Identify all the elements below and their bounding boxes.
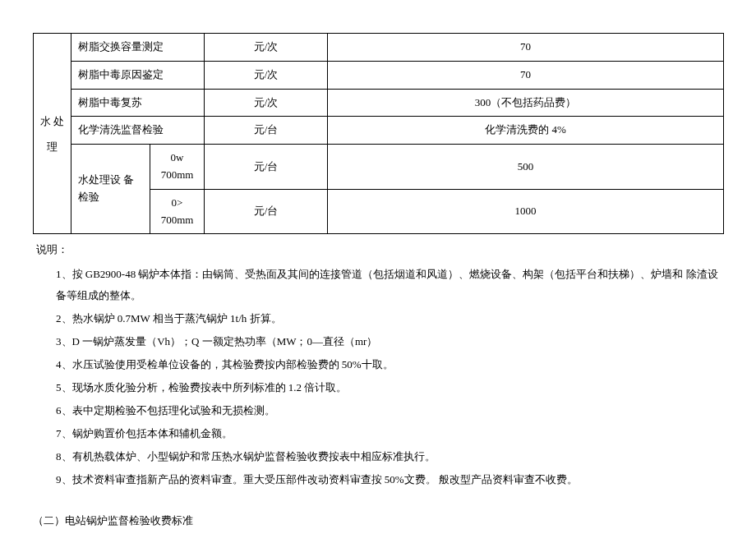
unit-cell: 元/次 bbox=[205, 89, 328, 117]
unit-cell: 元/次 bbox=[205, 61, 328, 89]
section-subheader: （二）电站锅炉监督检验收费标准 bbox=[33, 513, 723, 528]
notes-list: 1、按 GB2900-48 锅炉本体指：由锅筒、受热面及其间的连接管道（包括烟道… bbox=[33, 264, 723, 490]
list-item: 8、有机热载体炉、小型锅炉和常压热水锅炉监督检验收费按表中相应标准执行。 bbox=[56, 446, 723, 467]
item-cell: 化学清洗监督检验 bbox=[71, 117, 205, 145]
value-cell: 300（不包括药品费） bbox=[328, 89, 724, 117]
item-cell: 树脂中毒原因鉴定 bbox=[71, 61, 205, 89]
list-item: 6、表中定期检验不包括理化试验和无损检测。 bbox=[56, 400, 723, 421]
table-row: 水处理设 备检验 0w 700mm 元/台 500 bbox=[34, 145, 724, 190]
table-row: 化学清洗监督检验 元/台 化学清洗费的 4% bbox=[34, 117, 724, 145]
spec-cell: 0> 700mm bbox=[150, 189, 205, 234]
list-item: 2、热水锅炉 0.7MW 相当于蒸汽锅炉 1t/h 折算。 bbox=[56, 308, 723, 329]
list-item: 1、按 GB2900-48 锅炉本体指：由锅筒、受热面及其间的连接管道（包括烟道… bbox=[56, 264, 723, 306]
value-cell: 1000 bbox=[328, 189, 724, 234]
spec-cell: 0w 700mm bbox=[150, 145, 205, 190]
table-row: 树脂中毒原因鉴定 元/次 70 bbox=[34, 61, 724, 89]
item-cell: 树脂交换容量测定 bbox=[71, 34, 205, 62]
value-cell: 500 bbox=[328, 145, 724, 190]
item-cell: 树脂中毒复苏 bbox=[71, 89, 205, 117]
unit-cell: 元/次 bbox=[205, 34, 328, 62]
list-item: 9、技术资料审查指新产品的资料审查。重大受压部件改动资料审查按 50%文费。 般… bbox=[56, 469, 723, 490]
category-cell: 水 处 理 bbox=[34, 34, 71, 234]
fee-table: 水 处 理 树脂交换容量测定 元/次 70 树脂中毒原因鉴定 元/次 70 树脂… bbox=[33, 33, 724, 234]
list-item: 5、现场水质化验分析，检验费按表中所列标准的 1.2 倍计取。 bbox=[56, 377, 723, 398]
value-cell: 化学清洗费的 4% bbox=[328, 117, 724, 145]
list-item: 4、水压试验使用受检单位设备的，其检验费按内部检验费的 50%十取。 bbox=[56, 354, 723, 375]
notes-label: 说明： bbox=[36, 239, 723, 260]
unit-cell: 元/台 bbox=[205, 117, 328, 145]
list-item: 3、D 一锅炉蒸发量（Vh）；Q 一额定热功率（MW；0—直径（mr） bbox=[56, 331, 723, 352]
unit-cell: 元/台 bbox=[205, 189, 328, 234]
table-row: 水 处 理 树脂交换容量测定 元/次 70 bbox=[34, 34, 724, 62]
equip-label-cell: 水处理设 备检验 bbox=[71, 145, 150, 234]
value-cell: 70 bbox=[328, 34, 724, 62]
notes-section: 说明： 1、按 GB2900-48 锅炉本体指：由锅筒、受热面及其间的连接管道（… bbox=[33, 239, 723, 490]
list-item: 7、锅炉购置价包括本体和辅机金额。 bbox=[56, 423, 723, 444]
value-cell: 70 bbox=[328, 61, 724, 89]
table-row: 树脂中毒复苏 元/次 300（不包括药品费） bbox=[34, 89, 724, 117]
unit-cell: 元/台 bbox=[205, 145, 328, 190]
